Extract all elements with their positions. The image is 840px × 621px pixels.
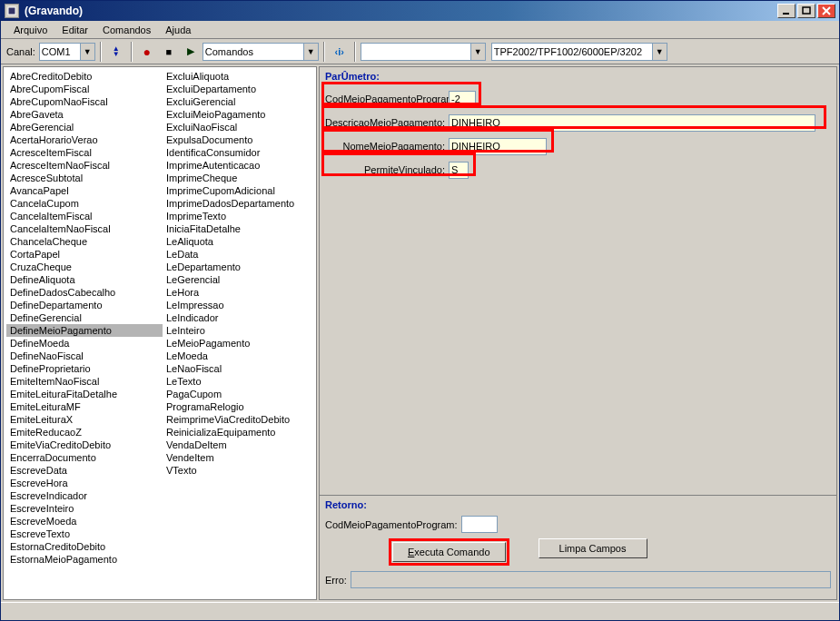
command-item[interactable]: AbreCupomNaoFiscal xyxy=(6,95,163,108)
record-button[interactable]: ● xyxy=(137,42,157,62)
command-item[interactable]: EscreveIndicador xyxy=(6,489,163,502)
maximize-button[interactable] xyxy=(797,4,815,18)
command-item[interactable]: EmiteLeituraFitaDetalhe xyxy=(6,388,163,400)
erro-input[interactable] xyxy=(351,571,831,588)
command-item[interactable]: IniciaFitaDetalhe xyxy=(163,222,317,235)
blank-value[interactable] xyxy=(361,44,470,60)
command-item[interactable]: LeGerencial xyxy=(163,273,317,286)
command-item[interactable]: EscreveHora xyxy=(6,477,163,489)
dropdown-icon[interactable]: ▼ xyxy=(652,44,667,60)
dropdown-icon[interactable]: ▼ xyxy=(80,44,94,60)
canal-value[interactable] xyxy=(40,44,80,60)
command-item[interactable]: ExcluiNaoFiscal xyxy=(163,121,317,133)
blank-combo[interactable]: ▼ xyxy=(361,43,486,61)
command-list[interactable]: AbreCreditoDebitoAbreCupomFiscalAbreCupo… xyxy=(3,66,317,600)
command-item[interactable]: CancelaCupom xyxy=(6,197,163,210)
play-button[interactable]: ▶ xyxy=(181,42,201,62)
command-item[interactable]: LeTexto xyxy=(163,375,317,388)
command-item[interactable]: ImprimeAutenticacao xyxy=(163,159,317,172)
updown-button[interactable]: ▲▼ xyxy=(106,42,126,62)
command-item[interactable]: AbreCupomFiscal xyxy=(6,83,163,95)
menu-arquivo[interactable]: Arquivo xyxy=(6,23,54,37)
command-item[interactable]: VendaDeItem xyxy=(163,439,317,451)
command-item[interactable]: DefineDadosCabecalho xyxy=(6,286,163,299)
command-item[interactable]: DefineProprietario xyxy=(6,362,163,375)
command-item[interactable]: DefineNaoFiscal xyxy=(6,350,163,362)
command-item[interactable]: EmiteLeituraX xyxy=(6,413,163,426)
param-input-descricao[interactable] xyxy=(449,114,815,132)
command-item[interactable]: VendeItem xyxy=(163,451,317,464)
command-item[interactable]: IdentificaConsumidor xyxy=(163,146,317,159)
info-button[interactable]: ‹i› xyxy=(330,42,350,62)
minimize-button[interactable] xyxy=(777,4,796,18)
command-item[interactable]: EstornaCreditoDebito xyxy=(6,540,163,553)
command-item[interactable]: DefineAliquota xyxy=(6,273,163,286)
command-item[interactable]: ChancelaCheque xyxy=(6,235,163,248)
command-item[interactable]: EmiteReducaoZ xyxy=(6,426,163,439)
command-item[interactable]: AbreCreditoDebito xyxy=(6,70,163,83)
command-item[interactable]: LeNaoFiscal xyxy=(163,362,317,375)
command-item[interactable]: CruzaCheque xyxy=(6,261,163,273)
executa-comando-button[interactable]: Executa Comando xyxy=(392,542,506,562)
tpf-combo[interactable]: ▼ xyxy=(491,43,667,61)
menu-editar[interactable]: Editar xyxy=(54,23,95,37)
command-item[interactable]: EscreveTexto xyxy=(6,527,163,540)
command-item[interactable]: LeIndicador xyxy=(163,311,317,324)
command-item[interactable]: ImprimeCupomAdicional xyxy=(163,184,317,197)
param-input-cod[interactable] xyxy=(449,91,476,108)
command-item[interactable]: LeInteiro xyxy=(163,324,317,337)
command-item[interactable]: LeImpressao xyxy=(163,299,317,311)
command-item[interactable]: EmiteViaCreditoDebito xyxy=(6,439,163,451)
command-item[interactable]: ExcluiAliquota xyxy=(163,70,317,83)
command-item[interactable]: EscreveData xyxy=(6,464,163,477)
command-item[interactable]: DefineGerencial xyxy=(6,311,163,324)
command-item[interactable]: EmiteLeituraMF xyxy=(6,400,163,413)
command-item[interactable]: ProgramaRelogio xyxy=(163,400,317,413)
command-item[interactable]: AcresceItemNaoFiscal xyxy=(6,159,163,172)
canal-combo[interactable]: ▼ xyxy=(39,43,95,61)
dropdown-icon[interactable]: ▼ xyxy=(470,44,485,60)
command-item[interactable]: DefineDepartamento xyxy=(6,299,163,311)
command-item[interactable]: AcertaHorarioVerao xyxy=(6,133,163,146)
command-item[interactable]: AcresceSubtotal xyxy=(6,172,163,184)
command-item[interactable]: AbreGaveta xyxy=(6,108,163,121)
menu-ajuda[interactable]: Ajuda xyxy=(158,23,198,37)
command-item[interactable]: ReinicializaEquipamento xyxy=(163,426,317,439)
command-item[interactable]: ReimprimeViaCreditoDebito xyxy=(163,413,317,426)
command-item[interactable]: ExcluiMeioPagamento xyxy=(163,108,317,121)
command-item[interactable]: LeMoeda xyxy=(163,350,317,362)
retorno-input-cod[interactable] xyxy=(461,516,498,533)
param-input-nome[interactable] xyxy=(449,138,547,155)
command-item[interactable]: LeAliquota xyxy=(163,235,317,248)
dropdown-icon[interactable]: ▼ xyxy=(303,44,318,60)
command-item[interactable]: LeHora xyxy=(163,286,317,299)
comandos-value[interactable] xyxy=(203,44,303,60)
command-item[interactable]: EmiteItemNaoFiscal xyxy=(6,375,163,388)
command-item[interactable]: ImprimeDadosDepartamento xyxy=(163,197,317,210)
command-item[interactable]: PagaCupom xyxy=(163,388,317,400)
command-item[interactable]: ExcluiDepartamento xyxy=(163,83,317,95)
menu-comandos[interactable]: Comandos xyxy=(95,23,158,37)
command-item[interactable]: ImprimeCheque xyxy=(163,172,317,184)
command-item[interactable]: EncerraDocumento xyxy=(6,451,163,464)
param-input-permite[interactable] xyxy=(449,162,469,179)
limpa-campos-button[interactable]: Limpa Campos xyxy=(539,538,647,558)
command-item[interactable]: ImprimeTexto xyxy=(163,210,317,222)
command-item[interactable]: EscreveMoeda xyxy=(6,515,163,527)
command-item[interactable]: EscreveInteiro xyxy=(6,502,163,515)
command-item[interactable]: DefineMoeda xyxy=(6,337,163,350)
command-item[interactable]: LeMeioPagamento xyxy=(163,337,317,350)
command-item[interactable]: ExcluiGerencial xyxy=(163,95,317,108)
command-item[interactable]: LeData xyxy=(163,248,317,261)
command-item[interactable]: CancelaItemFiscal xyxy=(6,210,163,222)
command-item[interactable]: AcresceItemFiscal xyxy=(6,146,163,159)
command-item[interactable]: VTexto xyxy=(163,464,317,477)
command-item[interactable]: AbreGerencial xyxy=(6,121,163,133)
command-item[interactable]: AvancaPapel xyxy=(6,184,163,197)
command-item[interactable]: ExpulsaDocumento xyxy=(163,133,317,146)
command-item[interactable]: DefineMeioPagamento xyxy=(6,324,163,337)
command-item[interactable]: CancelaItemNaoFiscal xyxy=(6,222,163,235)
command-item[interactable]: CortaPapel xyxy=(6,248,163,261)
stop-button[interactable]: ■ xyxy=(159,42,179,62)
command-item[interactable]: EstornaMeioPagamento xyxy=(6,553,163,566)
